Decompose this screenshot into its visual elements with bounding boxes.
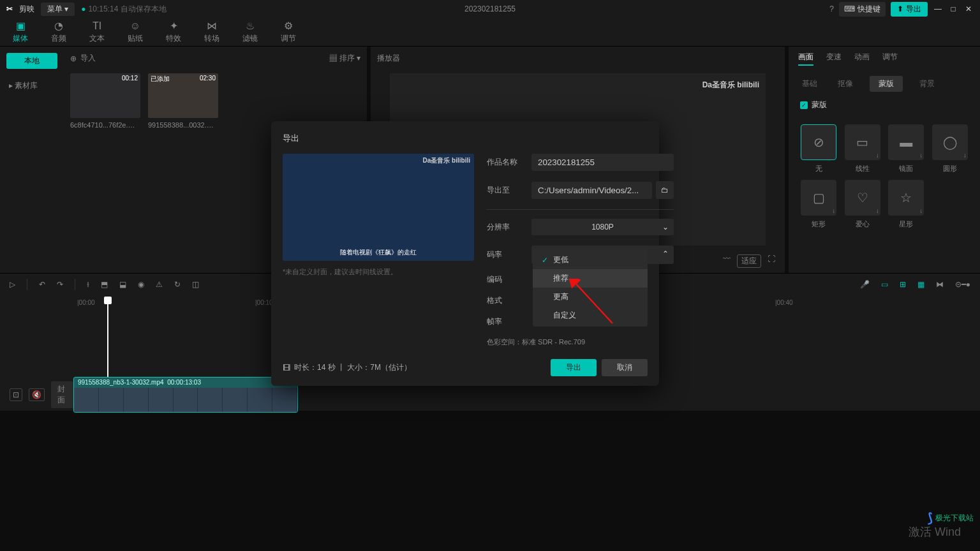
chevron-down-icon: ⌄	[662, 223, 669, 231]
opt-higher[interactable]: 更高	[533, 288, 648, 306]
bitrate-dropdown: ✓更低 推荐 更高 自定义	[533, 249, 648, 327]
export-info: 🎞时长：14 秒 丨 大小：7M（估计）	[283, 362, 412, 373]
opt-label: 自定义	[553, 310, 576, 321]
colorspace-text: 色彩空间：标准 SDR - Rec.709	[487, 337, 674, 347]
chevron-up-icon: ⌃	[662, 249, 669, 258]
name-input[interactable]	[531, 154, 674, 171]
export-button[interactable]: 导出	[551, 359, 597, 376]
preview-overlay: Da圣音乐 bilibili	[423, 156, 470, 165]
res-label: 分辨率	[487, 222, 531, 233]
opt-recommend[interactable]: 推荐	[533, 269, 648, 288]
resolution-select[interactable]: 1080P⌄	[531, 219, 674, 235]
check-icon: ✓	[542, 256, 548, 265]
res-value: 1080P	[591, 223, 614, 231]
opt-lower[interactable]: ✓更低	[533, 251, 648, 269]
rate-label: 码率	[487, 249, 531, 260]
cancel-button[interactable]: 取消	[602, 359, 648, 376]
watermark-text: 极光下载站	[935, 513, 974, 524]
opt-label: 更高	[553, 291, 568, 302]
path-label: 导出至	[487, 185, 531, 196]
enc-label: 编码	[487, 274, 531, 285]
site-watermark: ⟆ 极光下载站	[928, 510, 974, 525]
folder-icon[interactable]: 🗀	[656, 181, 674, 199]
opt-custom[interactable]: 自定义	[533, 306, 648, 325]
opt-label: 推荐	[553, 273, 568, 284]
path-input[interactable]	[531, 182, 652, 199]
cover-hint: *未自定义封面，建议去时间线设置。	[283, 267, 474, 277]
activate-windows: 激活 Wind	[909, 524, 961, 540]
export-modal: 导出 Da圣音乐 bilibili 随着电视剧《狂飙》的走红 *未自定义封面，建…	[271, 121, 659, 386]
name-label: 作品名称	[487, 157, 531, 168]
watermark-icon: ⟆	[928, 510, 933, 525]
preview-subtitle: 随着电视剧《狂飙》的走红	[283, 248, 474, 257]
fmt-label: 格式	[487, 295, 531, 306]
modal-title: 导出	[283, 133, 648, 144]
opt-label: 更低	[553, 254, 568, 265]
fps-label: 帧率	[487, 316, 531, 327]
film-icon: 🎞	[283, 364, 290, 372]
info-text: 时长：14 秒 丨 大小：7M（估计）	[294, 362, 412, 373]
export-preview: Da圣音乐 bilibili 随着电视剧《狂飙》的走红	[283, 154, 474, 261]
